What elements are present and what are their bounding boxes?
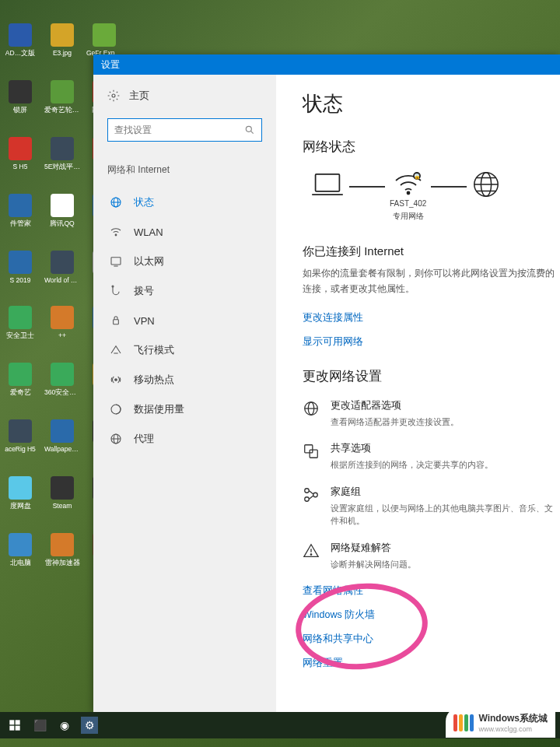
option-homegroup[interactable]: 家庭组设置家庭组，以便与网络上的其他电脑共享图片、音乐、文件和机。 — [303, 486, 557, 528]
sidebar-item-8[interactable]: 代理 — [107, 424, 262, 454]
main-content: 状态 网络状态 🔒 FAST_402 专用网络 — [276, 75, 560, 712]
option-troubleshoot[interactable]: 网络疑难解答诊断并解决网络问题。 — [303, 542, 557, 571]
app-icon — [9, 419, 32, 443]
app-icon — [9, 251, 32, 274]
window-titlebar[interactable]: 设置 — [93, 54, 560, 75]
watermark-brand: Windows系统城 — [478, 712, 548, 725]
desktop-icon[interactable]: 爱奇艺 — [5, 363, 36, 398]
device-icon — [310, 170, 345, 222]
option-sharing[interactable]: 共享选项根据所连接到的网络，决定要共享的内容。 — [303, 442, 557, 472]
svg-point-36 — [310, 554, 311, 555]
option-adapter[interactable]: 更改适配器选项查看网络适配器并更改连接设置。 — [303, 399, 557, 429]
app-icon — [9, 23, 32, 47]
option-desc: 查看网络适配器并更改连接设置。 — [331, 416, 459, 429]
connected-heading: 你已连接到 Internet — [303, 244, 557, 259]
svg-point-32 — [305, 497, 310, 502]
taskbar-app-icon[interactable]: ⬛ — [31, 717, 48, 734]
search-input[interactable] — [114, 124, 244, 135]
app-icon — [9, 137, 32, 160]
sidebar-item-4[interactable]: VPN — [107, 306, 262, 335]
sidebar-item-label: 以太网 — [134, 254, 164, 268]
desktop-icon[interactable]: aceRig H5 — [5, 419, 36, 454]
show-networks-link[interactable]: 显示可用网络 — [303, 335, 557, 349]
sidebar-item-label: 移动热点 — [134, 373, 174, 387]
taskbar-steam-icon[interactable]: ◉ — [56, 717, 73, 734]
start-icon[interactable] — [6, 717, 23, 734]
desktop-icon[interactable]: AD…文版 — [5, 23, 36, 58]
app-icon — [51, 476, 74, 500]
svg-rect-38 — [16, 720, 20, 724]
change-connection-link[interactable]: 更改连接属性 — [303, 311, 557, 324]
sharing-icon — [303, 443, 320, 460]
option-title: 共享选项 — [331, 442, 493, 455]
app-icon — [51, 194, 74, 217]
airplane-icon — [109, 343, 123, 357]
sidebar-item-label: 数据使用量 — [134, 402, 184, 416]
desktop-icon[interactable]: 锁屏 — [5, 80, 36, 115]
sidebar-item-label: 代理 — [134, 432, 154, 446]
network-diagram: 🔒 FAST_402 专用网络 — [310, 170, 557, 223]
desktop-icon[interactable]: 腾讯QQ — [47, 194, 78, 229]
desktop-icon[interactable]: ++ — [47, 306, 78, 341]
desktop-icon-label: AD…文版 — [5, 49, 35, 58]
app-icon — [9, 533, 32, 556]
desktop-icon-label: Wallpaper Engine — [44, 445, 80, 453]
desktop-icon-label: 锁屏 — [13, 106, 27, 115]
desktop-icon[interactable]: E3.jpg — [47, 23, 78, 58]
app-icon — [9, 194, 32, 217]
sidebar-home[interactable]: 主页 — [107, 86, 262, 106]
sidebar-item-7[interactable]: 数据使用量 — [107, 395, 262, 424]
desktop-icon[interactable]: GeFr Exper… — [89, 23, 120, 58]
window-title: 设置 — [101, 58, 120, 72]
watermark-url: www.wxclgg.com — [478, 725, 548, 733]
desktop-icon[interactable]: 5E对战平台2.0 — [47, 137, 78, 172]
svg-line-34 — [309, 496, 313, 500]
app-icon — [51, 306, 74, 329]
desktop-icon[interactable]: 360安全浏览器 — [47, 363, 78, 398]
network-reset-link[interactable]: 网络重置 — [303, 657, 557, 670]
connection-line-icon — [431, 186, 467, 188]
sidebar-home-label: 主页 — [129, 89, 149, 103]
wlan-icon — [109, 225, 123, 239]
svg-rect-28 — [305, 445, 313, 453]
taskbar-settings-icon[interactable]: ⚙ — [81, 717, 98, 734]
desktop-icon[interactable]: Wallpaper Engine — [47, 419, 78, 454]
desktop-icon[interactable]: 雷神加速器 — [47, 533, 78, 568]
settings-body: 主页 网络和 Internet 状态WLAN以太网拨号VPN飞行模式移动热点数据… — [93, 75, 560, 712]
sidebar-item-5[interactable]: 飞行模式 — [107, 335, 262, 365]
svg-rect-29 — [310, 450, 317, 458]
desktop-icon[interactable]: 度网盘 — [5, 476, 36, 511]
sidebar-item-0[interactable]: 状态 — [107, 188, 262, 217]
desktop-icon[interactable]: S H5 — [5, 137, 36, 172]
adapter-icon — [303, 400, 320, 417]
svg-rect-37 — [9, 720, 14, 724]
globe-icon — [471, 170, 501, 223]
search-input-container[interactable] — [107, 118, 262, 142]
svg-line-33 — [309, 490, 313, 494]
desktop-icon[interactable]: S 2019 — [5, 251, 36, 284]
sharing-center-link[interactable]: 网络和共享中心 — [303, 633, 557, 646]
svg-point-19 — [407, 191, 409, 194]
sidebar-nav-list: 状态WLAN以太网拨号VPN飞行模式移动热点数据使用量代理 — [107, 188, 262, 454]
search-icon — [244, 124, 255, 135]
svg-text:🔒: 🔒 — [413, 173, 420, 180]
sidebar-item-2[interactable]: 以太网 — [107, 247, 262, 276]
desktop-icon[interactable]: 安全卫士 — [5, 306, 36, 341]
desktop-icon[interactable]: 北电脑 — [5, 533, 36, 568]
sidebar-item-3[interactable]: 拨号 — [107, 276, 262, 306]
option-title: 网络疑难解答 — [331, 542, 416, 555]
sidebar-item-6[interactable]: 移动热点 — [107, 365, 262, 395]
svg-rect-40 — [16, 726, 20, 731]
desktop-icon[interactable]: 件管家 — [5, 194, 36, 229]
watermark: Windows系统城 www.wxclgg.com — [446, 707, 555, 738]
watermark-logo-icon — [453, 714, 474, 731]
firewall-link[interactable]: Windows 防火墙 — [303, 608, 557, 622]
desktop-icon[interactable]: 爱奇艺轮播台 — [47, 80, 78, 115]
sidebar-item-1[interactable]: WLAN — [107, 217, 262, 247]
desktop-icon[interactable]: World of Guns Gun… — [47, 251, 78, 284]
option-desc: 诊断并解决网络问题。 — [331, 558, 416, 571]
svg-point-6 — [115, 234, 117, 236]
desktop-icon[interactable]: Steam — [47, 476, 78, 511]
vpn-icon — [109, 314, 123, 328]
network-properties-link[interactable]: 查看网络属性 — [303, 584, 557, 598]
